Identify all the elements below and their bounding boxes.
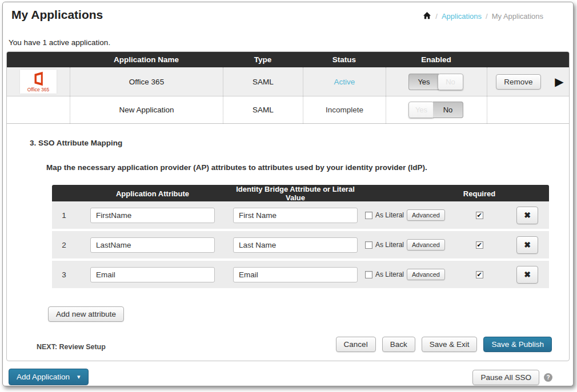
enabled-toggle[interactable]: Yes No (408, 74, 464, 90)
advanced-button[interactable]: Advanced (407, 269, 445, 280)
attribute-mapping-table: Application Attribute Identity Bridge At… (52, 185, 549, 288)
applications-panel: Application Name Type Status Enabled Off… (6, 51, 570, 361)
application-enabled-cell: Yes No (386, 67, 487, 96)
attribute-row-number: 1 (52, 201, 76, 229)
application-action-cell (487, 96, 550, 123)
delete-attribute-button[interactable]: ✖ (516, 207, 538, 224)
next-step-label: NEXT: Review Setup (37, 343, 106, 351)
attribute-row: 1 As Literal Advanced ✔ ✖ (52, 201, 549, 229)
as-literal-checkbox[interactable] (365, 241, 372, 249)
breadcrumb-separator: / (486, 12, 488, 21)
delete-attribute-button[interactable]: ✖ (516, 236, 538, 254)
application-name-cell: New Application (70, 96, 223, 123)
attribute-row: 2 As Literal Advanced ✔ ✖ (52, 231, 549, 258)
breadcrumb: / Applications / My Applications (423, 12, 543, 21)
add-application-button[interactable]: Add Application ▾ (9, 369, 89, 385)
as-literal-checkbox[interactable] (365, 271, 372, 278)
application-name-cell: Office 365 (70, 67, 223, 96)
page-title: My Applications (11, 8, 103, 22)
back-button[interactable]: Back (382, 337, 415, 352)
identity-bridge-attribute-header: Identity Bridge Attribute or Literal Val… (229, 185, 362, 202)
attribute-row-number: 2 (52, 231, 76, 258)
app-window: My Applications / Applications / My Appl… (2, 2, 574, 386)
application-attribute-header: Application Attribute (76, 189, 229, 198)
breadcrumb-current: My Applications (492, 12, 543, 21)
application-status-cell: Incomplete (303, 96, 386, 123)
toggle-knob: Yes (408, 102, 434, 118)
as-literal-label: As Literal (375, 211, 404, 219)
identity-bridge-attribute-input[interactable] (233, 267, 358, 282)
application-expand-cell: ▶ (550, 67, 569, 96)
application-logo-cell (7, 96, 70, 123)
required-header: Required (453, 189, 506, 198)
application-type-cell: SAML (223, 67, 303, 96)
as-literal-checkbox[interactable] (365, 212, 372, 219)
as-literal-label: As Literal (375, 270, 404, 278)
delete-attribute-button[interactable]: ✖ (516, 266, 538, 284)
breadcrumb-separator: / (435, 12, 438, 21)
sso-attribute-mapping-description: Map the necessary application provider (… (46, 163, 427, 172)
advanced-button[interactable]: Advanced (407, 209, 445, 221)
application-row-new-application: New Application SAML Incomplete No Yes (7, 96, 569, 124)
application-attribute-input[interactable] (90, 267, 215, 282)
application-row-office365: Office 365 Office 365 SAML Active Yes No… (7, 67, 569, 96)
breadcrumb-link-applications[interactable]: Applications (442, 12, 482, 21)
add-new-attribute-button[interactable]: Add new attribute (48, 306, 124, 322)
cancel-button[interactable]: Cancel (336, 337, 376, 352)
active-application-summary: You have 1 active application. (9, 38, 110, 47)
application-attribute-input[interactable] (90, 208, 215, 223)
office365-logo-icon (31, 71, 46, 86)
form-action-buttons: Cancel Back Save & Exit Save & Publish (336, 337, 552, 352)
application-status-cell: Active (303, 67, 386, 96)
help-icon[interactable]: ? (544, 373, 552, 382)
enabled-header: Enabled (386, 55, 487, 64)
attribute-mapping-table-header: Application Attribute Identity Bridge At… (52, 185, 549, 201)
application-attribute-input[interactable] (90, 237, 215, 253)
as-literal-label: As Literal (375, 241, 404, 249)
pause-all-sso-button[interactable]: Pause All SSO (472, 370, 539, 385)
advanced-button[interactable]: Advanced (407, 239, 445, 250)
attribute-row-number: 3 (52, 261, 76, 288)
office365-logo: Office 365 (20, 70, 57, 94)
office365-logo-text: Office 365 (27, 87, 50, 92)
application-name-header: Application Name (70, 55, 223, 64)
required-checkbox[interactable]: ✔ (476, 271, 483, 278)
application-type-cell: SAML (223, 96, 303, 123)
home-icon[interactable] (423, 11, 431, 20)
save-exit-button[interactable]: Save & Exit (422, 337, 478, 352)
status-header: Status (303, 55, 386, 64)
save-publish-button[interactable]: Save & Publish (483, 337, 552, 352)
remove-button[interactable]: Remove (496, 74, 540, 90)
application-expand-cell (550, 96, 569, 123)
application-action-cell: Remove (487, 67, 550, 96)
caret-down-icon: ▾ (77, 373, 81, 381)
toggle-knob: No (438, 74, 463, 90)
toggle-on-label: Yes (408, 74, 439, 90)
type-header: Type (223, 55, 303, 64)
enabled-toggle[interactable]: No Yes (408, 102, 464, 118)
applications-table-header: Application Name Type Status Enabled (7, 52, 569, 67)
identity-bridge-attribute-input[interactable] (233, 208, 358, 223)
add-application-label: Add Application (17, 373, 70, 381)
required-checkbox[interactable]: ✔ (476, 212, 483, 219)
expand-arrow-icon[interactable]: ▶ (555, 76, 563, 87)
application-logo-cell: Office 365 (7, 67, 70, 96)
required-checkbox[interactable]: ✔ (476, 241, 483, 249)
attribute-row: 3 As Literal Advanced ✔ ✖ (52, 261, 549, 288)
identity-bridge-attribute-input[interactable] (233, 237, 358, 253)
sso-attribute-mapping-heading: 3. SSO Attribute Mapping (30, 139, 122, 147)
toggle-off-label: No (433, 102, 463, 118)
application-enabled-cell: No Yes (386, 96, 487, 123)
